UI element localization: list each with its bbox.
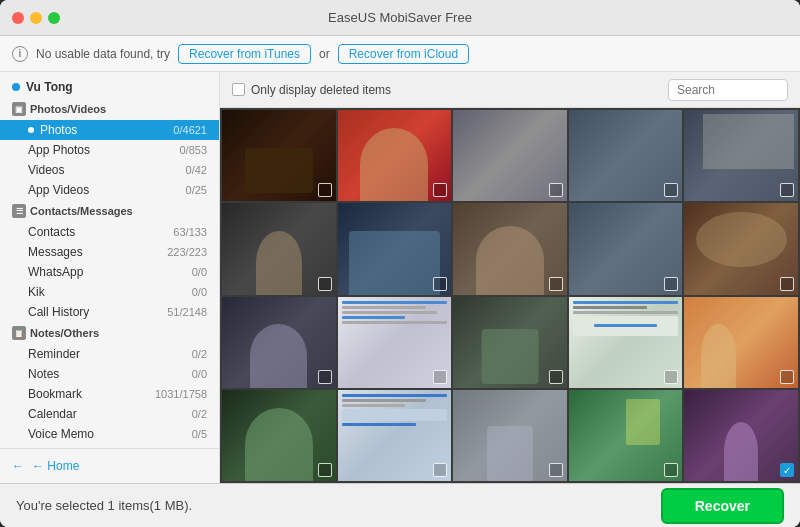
photo-cell-12[interactable] bbox=[338, 297, 452, 388]
photo-cell-19[interactable] bbox=[569, 390, 683, 481]
titlebar: EaseUS MobiSaver Free bbox=[0, 0, 800, 36]
photo-cell-7[interactable] bbox=[338, 203, 452, 294]
sidebar-item-calendar[interactable]: Calendar 0/2 bbox=[0, 404, 219, 424]
photo-cell-20[interactable]: ✓ bbox=[684, 390, 798, 481]
recover-button[interactable]: Recover bbox=[661, 488, 784, 524]
photo-select-12[interactable] bbox=[433, 370, 447, 384]
only-deleted-checkbox-label[interactable]: Only display deleted items bbox=[232, 83, 391, 97]
app-window: EaseUS MobiSaver Free i No usable data f… bbox=[0, 0, 800, 527]
bottom-bar: You're selected 1 items(1 MB). Recover bbox=[0, 483, 800, 527]
photo-cell-3[interactable] bbox=[453, 110, 567, 201]
photo-cell-9[interactable] bbox=[569, 203, 683, 294]
info-message: No usable data found, try bbox=[36, 47, 170, 61]
photo-cell-16[interactable] bbox=[222, 390, 336, 481]
main-content: Vu Tong ▣ Photos/Videos Photos 0/4621 Ap… bbox=[0, 72, 800, 483]
sidebar-item-call-history[interactable]: Call History 51/2148 bbox=[0, 302, 219, 322]
sidebar: Vu Tong ▣ Photos/Videos Photos 0/4621 Ap… bbox=[0, 72, 220, 483]
photo-cell-18[interactable] bbox=[453, 390, 567, 481]
sidebar-item-whatsapp[interactable]: WhatsApp 0/0 bbox=[0, 262, 219, 282]
category-notes-others: 📋 Notes/Others bbox=[0, 322, 219, 344]
photo-cell-4[interactable] bbox=[569, 110, 683, 201]
contacts-category-icon: ☰ bbox=[12, 204, 26, 218]
traffic-lights bbox=[12, 12, 60, 24]
photo-select-6[interactable] bbox=[318, 277, 332, 291]
photo-category-icon: ▣ bbox=[12, 102, 26, 116]
photo-select-17[interactable] bbox=[433, 463, 447, 477]
photo-select-8[interactable] bbox=[549, 277, 563, 291]
photo-select-19[interactable] bbox=[664, 463, 678, 477]
photo-cell-17[interactable] bbox=[338, 390, 452, 481]
photo-select-4[interactable] bbox=[664, 183, 678, 197]
photo-select-13[interactable] bbox=[549, 370, 563, 384]
window-title: EaseUS MobiSaver Free bbox=[328, 10, 472, 25]
minimize-button[interactable] bbox=[30, 12, 42, 24]
photo-select-7[interactable] bbox=[433, 277, 447, 291]
recover-from-itunes-button[interactable]: Recover from iTunes bbox=[178, 44, 311, 64]
content-area: Only display deleted items bbox=[220, 72, 800, 483]
photo-select-15[interactable] bbox=[780, 370, 794, 384]
status-text: You're selected 1 items(1 MB). bbox=[16, 498, 649, 513]
photo-cell-10[interactable] bbox=[684, 203, 798, 294]
photo-grid: ✓ bbox=[220, 108, 800, 483]
photo-cell-2[interactable] bbox=[338, 110, 452, 201]
search-input[interactable] bbox=[668, 79, 788, 101]
sidebar-item-app-videos[interactable]: App Videos 0/25 bbox=[0, 180, 219, 200]
photo-cell-13[interactable] bbox=[453, 297, 567, 388]
sidebar-item-kik[interactable]: Kik 0/0 bbox=[0, 282, 219, 302]
photo-select-11[interactable] bbox=[318, 370, 332, 384]
photo-select-20[interactable]: ✓ bbox=[780, 463, 794, 477]
sidebar-item-reminder[interactable]: Reminder 0/2 bbox=[0, 344, 219, 364]
home-button[interactable]: ← ← Home bbox=[0, 448, 219, 483]
or-label: or bbox=[319, 47, 330, 61]
photo-select-9[interactable] bbox=[664, 277, 678, 291]
photo-cell-5[interactable] bbox=[684, 110, 798, 201]
sidebar-item-voice-memo[interactable]: Voice Memo 0/5 bbox=[0, 424, 219, 444]
device-dot bbox=[12, 83, 20, 91]
category-contacts-messages: ☰ Contacts/Messages bbox=[0, 200, 219, 222]
photo-select-14[interactable] bbox=[664, 370, 678, 384]
sidebar-item-photos[interactable]: Photos 0/4621 bbox=[0, 120, 219, 140]
info-bar: i No usable data found, try Recover from… bbox=[0, 36, 800, 72]
info-icon: i bbox=[12, 46, 28, 62]
close-button[interactable] bbox=[12, 12, 24, 24]
photo-select-5[interactable] bbox=[780, 183, 794, 197]
only-deleted-checkbox[interactable] bbox=[232, 83, 245, 96]
sidebar-item-contacts[interactable]: Contacts 63/133 bbox=[0, 222, 219, 242]
photo-cell-14[interactable] bbox=[569, 297, 683, 388]
photo-cell-6[interactable] bbox=[222, 203, 336, 294]
category-photos-videos: ▣ Photos/Videos bbox=[0, 98, 219, 120]
sidebar-item-messages[interactable]: Messages 223/223 bbox=[0, 242, 219, 262]
photo-select-18[interactable] bbox=[549, 463, 563, 477]
photo-cell-15[interactable] bbox=[684, 297, 798, 388]
recover-from-icloud-button[interactable]: Recover from iCloud bbox=[338, 44, 469, 64]
sidebar-item-app-photos[interactable]: App Photos 0/853 bbox=[0, 140, 219, 160]
photo-select-10[interactable] bbox=[780, 277, 794, 291]
device-name: Vu Tong bbox=[0, 72, 219, 98]
photo-select-1[interactable] bbox=[318, 183, 332, 197]
maximize-button[interactable] bbox=[48, 12, 60, 24]
notes-category-icon: 📋 bbox=[12, 326, 26, 340]
photo-cell-11[interactable] bbox=[222, 297, 336, 388]
photo-select-2[interactable] bbox=[433, 183, 447, 197]
photo-select-16[interactable] bbox=[318, 463, 332, 477]
sidebar-item-bookmark[interactable]: Bookmark 1031/1758 bbox=[0, 384, 219, 404]
photo-select-3[interactable] bbox=[549, 183, 563, 197]
home-arrow-icon: ← bbox=[12, 459, 24, 473]
sidebar-item-notes[interactable]: Notes 0/0 bbox=[0, 364, 219, 384]
photo-cell-8[interactable] bbox=[453, 203, 567, 294]
content-toolbar: Only display deleted items bbox=[220, 72, 800, 108]
photo-cell-1[interactable] bbox=[222, 110, 336, 201]
sidebar-item-videos[interactable]: Videos 0/42 bbox=[0, 160, 219, 180]
